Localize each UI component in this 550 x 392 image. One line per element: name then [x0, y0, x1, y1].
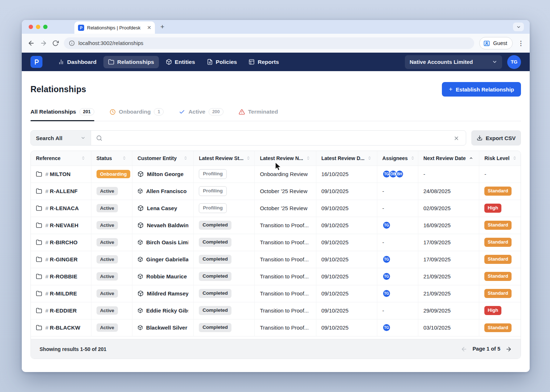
empty-dash: - — [484, 171, 486, 177]
table-row[interactable]: # R-GINGER Active Ginger Gabriella L Com… — [31, 251, 521, 268]
search-input[interactable] — [106, 135, 448, 141]
profile-icon — [483, 40, 490, 47]
column-header-risk-level[interactable]: Risk Level — [479, 151, 521, 166]
folder-icon — [36, 222, 42, 228]
table-row[interactable]: # R-MILDRE Active Mildred Ramsey Complet… — [31, 285, 521, 302]
review-name: Transition to Proof... — [260, 324, 309, 331]
reference-hash: # — [45, 171, 48, 177]
table-row[interactable]: # R-EDDIER Active Eddie Ricky Gibso Comp… — [31, 302, 521, 319]
nav-item-relationships[interactable]: Relationships — [103, 56, 159, 68]
assignees-cell: TG — [382, 255, 413, 264]
nav-item-label: Reports — [258, 59, 279, 65]
organization-selector[interactable]: Native Accounts Limited — [405, 55, 502, 69]
table-row[interactable]: # MILTON Onboarding Milton George Profil… — [31, 166, 521, 183]
table-row[interactable]: # R-ROBBIE Active Robbie Maurice G Compl… — [31, 268, 521, 285]
nav-item-dashboard[interactable]: Dashboard — [53, 56, 101, 68]
assignee-avatar: TG — [382, 272, 391, 281]
empty-dash: - — [382, 239, 384, 245]
risk-badge: Standard — [484, 255, 511, 264]
tab-count-badge: 201 — [79, 108, 94, 115]
sort-icon — [512, 155, 517, 161]
column-header-next-review-date[interactable]: Next Review Date — [418, 151, 479, 166]
user-avatar[interactable]: TG — [507, 55, 521, 69]
reference-code: R-BIRCHO — [50, 239, 78, 245]
nav-item-policies[interactable]: Policies — [202, 56, 242, 68]
table-row[interactable]: # R-ALLENF Active Allen Francisco Fo Pro… — [31, 183, 521, 200]
browser-toolbar: localhost:3002/relationships Guest ⋮ — [22, 34, 530, 53]
back-button[interactable] — [28, 40, 35, 47]
sort-icon — [81, 155, 86, 161]
assignees-cell: TG — [382, 289, 413, 298]
reload-button[interactable] — [52, 40, 59, 47]
table-row[interactable]: # R-LENACA Active Lena Casey Profiling O… — [31, 200, 521, 217]
search-input-wrap — [91, 135, 466, 141]
column-header-latest-review-d[interactable]: Latest Review D... — [316, 151, 377, 166]
info-icon[interactable] — [69, 40, 75, 46]
nav-item-entities[interactable]: Entities — [161, 56, 200, 68]
risk-level-cell: High — [484, 204, 501, 211]
reference-hash: # — [45, 273, 48, 279]
plus-icon: + — [449, 86, 452, 93]
assignee-avatar: BH — [395, 170, 404, 178]
new-tab-button[interactable]: + — [160, 23, 164, 30]
tab-all-relationships[interactable]: All Relationships201 — [30, 108, 94, 121]
column-header-assignees[interactable]: Assignees — [377, 151, 418, 166]
zoom-window-button[interactable] — [43, 25, 48, 29]
column-header-latest-review-n[interactable]: Latest Review N... — [255, 151, 316, 166]
app-logo[interactable] — [30, 56, 42, 68]
table-footer: Showing results 1-50 of 201 Page 1 of 5 — [31, 339, 521, 359]
column-header-reference[interactable]: Reference — [31, 151, 91, 166]
next-page-button[interactable] — [505, 346, 512, 352]
review-date: 16/10/2025 — [321, 171, 349, 177]
column-header-status[interactable]: Status — [91, 151, 132, 166]
entity-cube-icon — [138, 171, 144, 177]
column-header-latest-review-st[interactable]: Latest Review St... — [194, 151, 255, 166]
file-text-icon — [207, 59, 213, 65]
table-row[interactable]: # R-NEVAEH Active Nevaeh Baldwin Complet… — [31, 217, 521, 234]
review-name: Transition to Proof... — [260, 273, 309, 279]
tab-active[interactable]: Active200 — [179, 108, 223, 121]
prev-page-button[interactable] — [461, 346, 467, 352]
tab-title: Relationships | Proofdesk — [87, 25, 144, 30]
tab-terminated[interactable]: Terminated — [239, 108, 278, 121]
minimize-window-button[interactable] — [36, 25, 40, 29]
close-window-button[interactable] — [29, 25, 33, 29]
tab-onboarding[interactable]: Onboarding1 — [110, 108, 164, 121]
entity-name: Birch Oasis Limite — [146, 239, 188, 245]
search-scope-select[interactable]: Search All — [31, 131, 91, 145]
chevron-down-icon — [516, 25, 521, 29]
assignees-cell: - — [382, 188, 384, 194]
reference-code: R-MILDRE — [50, 290, 77, 297]
clear-search-button[interactable] — [452, 135, 461, 141]
forward-button[interactable] — [40, 40, 47, 47]
establish-relationship-button[interactable]: + Establish Relationship — [442, 82, 521, 97]
table-row[interactable]: # R-BIRCHO Active Birch Oasis Limite Com… — [31, 234, 521, 251]
risk-badge: Standard — [484, 221, 511, 229]
browser-tab[interactable]: Relationships | Proofdesk ✕ — [74, 21, 155, 34]
review-status-chip: Completed — [199, 238, 231, 247]
column-label: Next Review Date — [423, 155, 466, 161]
page-indicator: Page 1 of 5 — [472, 346, 500, 352]
table-icon — [249, 59, 255, 65]
assignees-cell: TGÖBBH — [382, 170, 413, 178]
tab-search-button[interactable] — [513, 23, 524, 31]
next-review-date: 24/08/2025 — [423, 188, 451, 194]
review-name: Transition to Proof... — [260, 307, 309, 314]
address-bar[interactable]: localhost:3002/relationships — [64, 37, 474, 49]
export-csv-button[interactable]: Export CSV — [471, 130, 521, 146]
browser-menu-button[interactable]: ⋮ — [518, 40, 524, 47]
caret-up-icon — [468, 155, 474, 161]
column-header-customer-entity[interactable]: Customer Entity — [132, 151, 193, 166]
nav-item-reports[interactable]: Reports — [244, 56, 284, 68]
tab-close-icon[interactable]: ✕ — [147, 25, 151, 30]
entity-cube-icon — [138, 307, 143, 314]
entity-cube-icon — [138, 290, 144, 297]
reference-code: R-GINGER — [50, 256, 78, 262]
browser-profile-button[interactable]: Guest — [479, 37, 513, 49]
reference-hash: # — [45, 290, 48, 297]
risk-badge: High — [484, 204, 501, 212]
review-status-chip: Completed — [199, 255, 231, 264]
entity-cube-icon — [138, 239, 143, 245]
table-row[interactable]: # R-BLACKW Active Blackwell Silver Bl Co… — [31, 319, 521, 336]
export-csv-label: Export CSV — [486, 135, 516, 141]
